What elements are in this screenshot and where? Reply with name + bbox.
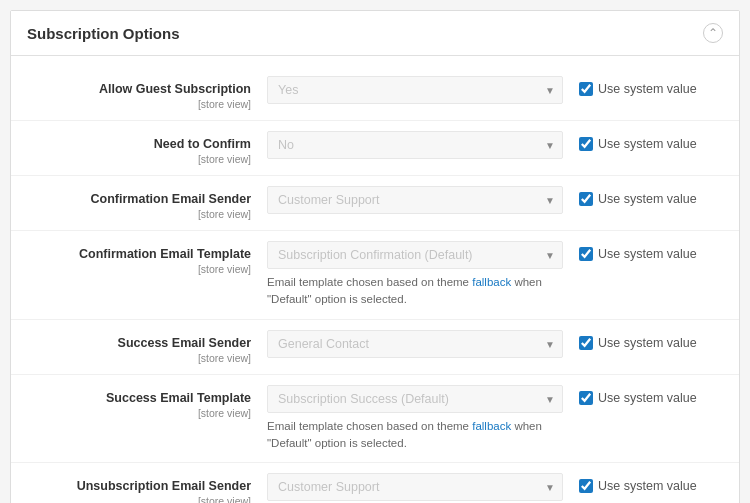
hint-link-success-email-template[interactable]: fallback xyxy=(472,420,511,432)
select-wrapper-confirmation-email-template: Subscription Confirmation (Default)▼ xyxy=(267,241,563,269)
select-need-to-confirm[interactable]: YesNo xyxy=(267,131,563,159)
form-row-success-email-template: Success Email Template[store view]Subscr… xyxy=(11,375,739,464)
store-view-tag-confirmation-email-template: [store view] xyxy=(27,263,251,275)
select-wrapper-confirmation-email-sender: Customer SupportGeneral Contact▼ xyxy=(267,186,563,214)
select-success-email-template[interactable]: Subscription Success (Default) xyxy=(267,385,563,413)
store-view-tag-unsubscription-email-sender: [store view] xyxy=(27,495,251,503)
input-col-allow-guest-subscription: YesNo▼ xyxy=(267,76,563,104)
checkbox-label-need-to-confirm[interactable]: Use system value xyxy=(579,137,697,151)
field-label-unsubscription-email-sender: Unsubscription Email Sender xyxy=(27,479,251,493)
label-col-need-to-confirm: Need to Confirm[store view] xyxy=(27,131,267,165)
input-col-confirmation-email-template: Subscription Confirmation (Default)▼Emai… xyxy=(267,241,563,309)
checkbox-text-allow-guest-subscription: Use system value xyxy=(598,82,697,96)
hint-link-confirmation-email-template[interactable]: fallback xyxy=(472,276,511,288)
label-col-unsubscription-email-sender: Unsubscription Email Sender[store view] xyxy=(27,473,267,503)
label-col-success-email-template: Success Email Template[store view] xyxy=(27,385,267,419)
checkbox-col-need-to-confirm: Use system value xyxy=(563,131,723,151)
hint-text-success-email-template: Email template chosen based on theme fal… xyxy=(267,418,563,453)
field-label-confirmation-email-template: Confirmation Email Template xyxy=(27,247,251,261)
checkbox-label-confirmation-email-sender[interactable]: Use system value xyxy=(579,192,697,206)
checkbox-success-email-template[interactable] xyxy=(579,391,593,405)
checkbox-col-allow-guest-subscription: Use system value xyxy=(563,76,723,96)
label-col-success-email-sender: Success Email Sender[store view] xyxy=(27,330,267,364)
checkbox-text-unsubscription-email-sender: Use system value xyxy=(598,479,697,493)
checkbox-label-success-email-template[interactable]: Use system value xyxy=(579,391,697,405)
form-body: Allow Guest Subscription[store view]YesN… xyxy=(11,56,739,503)
store-view-tag-confirmation-email-sender: [store view] xyxy=(27,208,251,220)
checkbox-confirmation-email-template[interactable] xyxy=(579,247,593,261)
field-label-need-to-confirm: Need to Confirm xyxy=(27,137,251,151)
field-label-confirmation-email-sender: Confirmation Email Sender xyxy=(27,192,251,206)
label-col-confirmation-email-template: Confirmation Email Template[store view] xyxy=(27,241,267,275)
store-view-tag-need-to-confirm: [store view] xyxy=(27,153,251,165)
field-label-success-email-template: Success Email Template xyxy=(27,391,251,405)
select-allow-guest-subscription[interactable]: YesNo xyxy=(267,76,563,104)
checkbox-text-confirmation-email-sender: Use system value xyxy=(598,192,697,206)
field-label-success-email-sender: Success Email Sender xyxy=(27,336,251,350)
input-col-unsubscription-email-sender: Customer SupportGeneral Contact▼ xyxy=(267,473,563,501)
checkbox-allow-guest-subscription[interactable] xyxy=(579,82,593,96)
select-confirmation-email-template[interactable]: Subscription Confirmation (Default) xyxy=(267,241,563,269)
checkbox-success-email-sender[interactable] xyxy=(579,336,593,350)
collapse-button[interactable]: ⌃ xyxy=(703,23,723,43)
select-wrapper-need-to-confirm: YesNo▼ xyxy=(267,131,563,159)
select-wrapper-unsubscription-email-sender: Customer SupportGeneral Contact▼ xyxy=(267,473,563,501)
select-confirmation-email-sender[interactable]: Customer SupportGeneral Contact xyxy=(267,186,563,214)
form-row-confirmation-email-template: Confirmation Email Template[store view]S… xyxy=(11,231,739,320)
form-row-success-email-sender: Success Email Sender[store view]General … xyxy=(11,320,739,375)
select-wrapper-allow-guest-subscription: YesNo▼ xyxy=(267,76,563,104)
store-view-tag-success-email-sender: [store view] xyxy=(27,352,251,364)
select-wrapper-success-email-template: Subscription Success (Default)▼ xyxy=(267,385,563,413)
hint-text-confirmation-email-template: Email template chosen based on theme fal… xyxy=(267,274,563,309)
input-col-success-email-sender: General ContactCustomer Support▼ xyxy=(267,330,563,358)
checkbox-label-allow-guest-subscription[interactable]: Use system value xyxy=(579,82,697,96)
checkbox-label-unsubscription-email-sender[interactable]: Use system value xyxy=(579,479,697,493)
checkbox-unsubscription-email-sender[interactable] xyxy=(579,479,593,493)
checkbox-label-confirmation-email-template[interactable]: Use system value xyxy=(579,247,697,261)
section-header: Subscription Options ⌃ xyxy=(11,11,739,56)
field-label-allow-guest-subscription: Allow Guest Subscription xyxy=(27,82,251,96)
store-view-tag-success-email-template: [store view] xyxy=(27,407,251,419)
checkbox-label-success-email-sender[interactable]: Use system value xyxy=(579,336,697,350)
subscription-options-panel: Subscription Options ⌃ Allow Guest Subsc… xyxy=(10,10,740,503)
checkbox-col-confirmation-email-sender: Use system value xyxy=(563,186,723,206)
checkbox-col-confirmation-email-template: Use system value xyxy=(563,241,723,261)
checkbox-need-to-confirm[interactable] xyxy=(579,137,593,151)
input-col-success-email-template: Subscription Success (Default)▼Email tem… xyxy=(267,385,563,453)
checkbox-text-confirmation-email-template: Use system value xyxy=(598,247,697,261)
select-wrapper-success-email-sender: General ContactCustomer Support▼ xyxy=(267,330,563,358)
label-col-allow-guest-subscription: Allow Guest Subscription[store view] xyxy=(27,76,267,110)
checkbox-confirmation-email-sender[interactable] xyxy=(579,192,593,206)
checkbox-col-unsubscription-email-sender: Use system value xyxy=(563,473,723,493)
checkbox-text-need-to-confirm: Use system value xyxy=(598,137,697,151)
checkbox-text-success-email-sender: Use system value xyxy=(598,336,697,350)
checkbox-text-success-email-template: Use system value xyxy=(598,391,697,405)
checkbox-col-success-email-sender: Use system value xyxy=(563,330,723,350)
input-col-confirmation-email-sender: Customer SupportGeneral Contact▼ xyxy=(267,186,563,214)
store-view-tag-allow-guest-subscription: [store view] xyxy=(27,98,251,110)
label-col-confirmation-email-sender: Confirmation Email Sender[store view] xyxy=(27,186,267,220)
form-row-need-to-confirm: Need to Confirm[store view]YesNo▼Use sys… xyxy=(11,121,739,176)
form-row-allow-guest-subscription: Allow Guest Subscription[store view]YesN… xyxy=(11,66,739,121)
form-row-confirmation-email-sender: Confirmation Email Sender[store view]Cus… xyxy=(11,176,739,231)
checkbox-col-success-email-template: Use system value xyxy=(563,385,723,405)
form-row-unsubscription-email-sender: Unsubscription Email Sender[store view]C… xyxy=(11,463,739,503)
input-col-need-to-confirm: YesNo▼ xyxy=(267,131,563,159)
select-success-email-sender[interactable]: General ContactCustomer Support xyxy=(267,330,563,358)
select-unsubscription-email-sender[interactable]: Customer SupportGeneral Contact xyxy=(267,473,563,501)
section-title: Subscription Options xyxy=(27,25,180,42)
